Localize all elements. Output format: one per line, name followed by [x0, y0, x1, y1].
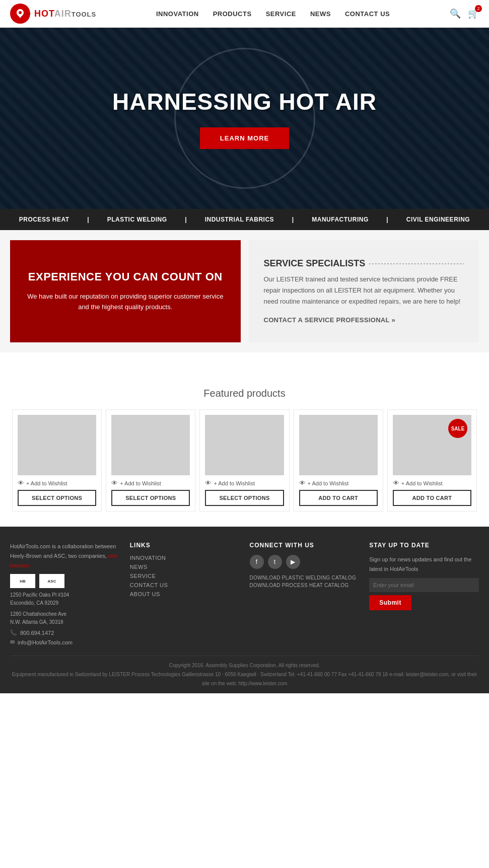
footer-links-col: LINKS INNOVATION NEWS SERVICE CONTACT US… — [130, 542, 240, 645]
products-grid: 👁 + Add to Wishlist SELECT OPTIONS 👁 + A… — [10, 409, 479, 512]
footer-logo-asc: ASC — [39, 574, 64, 588]
hero-cta-button[interactable]: LEARN MORE — [200, 127, 289, 149]
cart-button[interactable]: 🛒 2 — [468, 8, 479, 19]
logo[interactable]: HOTAIRTOOLS — [10, 4, 96, 24]
hero-title: HARNESSING HOT AIR — [112, 88, 377, 115]
logo-text: HOTAIRTOOLS — [34, 9, 96, 19]
product-card-4: 👁 + Add to Wishlist ADD TO CART — [294, 409, 383, 512]
add-to-cart-btn-5[interactable]: ADD TO CART — [393, 490, 471, 506]
info-panels: EXPERIENCE YOU CAN COUNT ON We have buil… — [0, 230, 489, 352]
eye-icon-1: 👁 — [18, 479, 24, 487]
nav-links: INNOVATION PRODUCTS SERVICE NEWS CONTACT… — [156, 10, 390, 18]
product-card-2: 👁 + Add to Wishlist SELECT OPTIONS — [106, 409, 195, 512]
footer-connect-heading: CONNECT WITH US — [250, 542, 360, 549]
nav-icons: 🔍 🛒 2 — [450, 8, 479, 19]
featured-section: Featured products 👁 + Add to Wishlist SE… — [0, 373, 489, 527]
footer-link-service[interactable]: SERVICE — [130, 573, 240, 579]
email-icon: ✉ — [10, 639, 15, 645]
product-image-5: SALE — [393, 415, 471, 475]
copyright-text: Copyright 2016. Assembly Supplies Corpor… — [10, 661, 479, 670]
footer-stay-col: STAY UP TO DATE Sign up for news updates… — [369, 542, 479, 645]
product-card-5: SALE 👁 + Add to Wishlist ADD TO CART — [387, 409, 477, 512]
select-options-btn-2[interactable]: SELECT OPTIONS — [111, 490, 190, 506]
youtube-icon[interactable]: ▶ — [286, 555, 300, 569]
cart-badge: 2 — [475, 5, 482, 12]
footer-links-heading: LINKS — [130, 542, 240, 549]
footer-top: HotAirTools.com is a collaboration betwe… — [10, 542, 479, 656]
social-icons: f t ▶ — [250, 555, 360, 569]
footer-phone: 800.694.1472 — [20, 630, 54, 636]
experience-heading: EXPERIENCE YOU CAN COUNT ON — [28, 270, 223, 283]
footer-email-input[interactable] — [369, 578, 479, 592]
eye-icon-5: 👁 — [393, 479, 399, 487]
footer-logo-heely: HB — [10, 574, 35, 588]
footer-link-news[interactable]: NEWS — [130, 564, 240, 570]
download-process-catalog[interactable]: DOWNLOAD PROCESS HEAT CATALOG — [250, 583, 360, 588]
legal-text: Equipment manufactured in Switzerland by… — [10, 670, 479, 688]
service-heading: SERVICE SPECIALISTS — [264, 258, 464, 269]
service-body: Our LEISTER trained and tested service t… — [264, 274, 464, 307]
category-industrial-fabrics[interactable]: INDUSTRIAL FABRICS — [205, 216, 274, 223]
add-to-cart-btn-4[interactable]: ADD TO CART — [299, 490, 378, 506]
download-plastic-catalog[interactable]: DOWNLOAD PLASTIC WELDING CATALOG — [250, 575, 360, 581]
select-options-btn-3[interactable]: SELECT OPTIONS — [205, 490, 284, 506]
footer-email: info@HotAirTools.com — [18, 639, 73, 645]
search-icon[interactable]: 🔍 — [450, 8, 461, 19]
product-image-3 — [205, 415, 284, 475]
footer-stay-heading: STAY UP TO DATE — [369, 542, 479, 549]
footer-link-about[interactable]: ABOUT US — [130, 591, 240, 597]
footer-about-text: HotAirTools.com is a collaboration betwe… — [10, 542, 120, 570]
footer: HotAirTools.com is a collaboration betwe… — [0, 527, 489, 693]
category-manufacturing[interactable]: MANUFACTURING — [312, 216, 369, 223]
facebook-icon[interactable]: f — [250, 555, 264, 569]
hero-section: HARNESSING HOT AIR LEARN MORE — [0, 28, 489, 209]
category-plastic-welding[interactable]: PLASTIC WELDING — [107, 216, 167, 223]
twitter-icon[interactable]: t — [268, 555, 282, 569]
experience-panel: EXPERIENCE YOU CAN COUNT ON We have buil… — [10, 240, 241, 342]
nav-innovation[interactable]: INNOVATION — [156, 10, 199, 18]
footer-link-innovation[interactable]: INNOVATION — [130, 555, 240, 561]
footer-links-list: INNOVATION NEWS SERVICE CONTACT US ABOUT… — [130, 555, 240, 597]
contact-service-link[interactable]: CONTACT A SERVICE PROFESSIONAL — [264, 316, 395, 324]
product-image-1 — [18, 415, 96, 475]
svg-point-0 — [19, 11, 22, 14]
footer-phone-row: 📞 800.694.1472 — [10, 629, 120, 636]
experience-body: We have built our reputation on providin… — [25, 292, 226, 313]
eye-icon-4: 👁 — [299, 479, 306, 487]
eye-icon-3: 👁 — [205, 479, 212, 487]
wishlist-link-4[interactable]: + Add to Wishlist — [308, 480, 349, 486]
category-civil-engineering[interactable]: CIVIL ENGINEERING — [406, 216, 470, 223]
footer-link-contact[interactable]: CONTACT US — [130, 582, 240, 588]
product-image-4 — [299, 415, 378, 475]
spacer-1 — [0, 352, 489, 373]
service-panel: SERVICE SPECIALISTS Our LEISTER trained … — [249, 240, 479, 342]
category-bar: PROCESS HEAT | PLASTIC WELDING | INDUSTR… — [0, 209, 489, 230]
wishlist-row-2: 👁 + Add to Wishlist — [111, 479, 190, 487]
footer-address-1: 1250 Pacific Oaks Pl #104 Escondido, CA … — [10, 591, 120, 607]
eye-icon-2: 👁 — [111, 479, 118, 487]
sale-badge: SALE — [448, 419, 467, 438]
wishlist-link-1[interactable]: + Add to Wishlist — [26, 480, 67, 486]
footer-email-row: ✉ info@HotAirTools.com — [10, 639, 120, 645]
footer-submit-button[interactable]: Submit — [369, 595, 411, 610]
logo-icon — [10, 4, 30, 24]
nav-news[interactable]: NEWS — [310, 10, 331, 18]
category-process-heat[interactable]: PROCESS HEAT — [19, 216, 69, 223]
featured-heading: Featured products — [10, 388, 479, 399]
footer-stay-text: Sign up for news updates and find out th… — [369, 555, 479, 573]
wishlist-row-1: 👁 + Add to Wishlist — [18, 479, 96, 487]
wishlist-link-3[interactable]: + Add to Wishlist — [214, 480, 255, 486]
wishlist-link-5[interactable]: + Add to Wishlist — [401, 480, 443, 486]
wishlist-link-2[interactable]: + Add to Wishlist — [120, 480, 161, 486]
wishlist-row-3: 👁 + Add to Wishlist — [205, 479, 284, 487]
product-card-3: 👁 + Add to Wishlist SELECT OPTIONS — [199, 409, 289, 512]
hero-circle-overlay — [174, 48, 315, 189]
nav-service[interactable]: SERVICE — [266, 10, 296, 18]
nav-products[interactable]: PRODUCTS — [213, 10, 252, 18]
phone-icon: 📞 — [10, 629, 17, 636]
product-card-1: 👁 + Add to Wishlist SELECT OPTIONS — [12, 409, 102, 512]
nav-contact[interactable]: CONTACT US — [345, 10, 390, 18]
select-options-btn-1[interactable]: SELECT OPTIONS — [18, 490, 96, 506]
navbar: HOTAIRTOOLS INNOVATION PRODUCTS SERVICE … — [0, 0, 489, 28]
wishlist-row-4: 👁 + Add to Wishlist — [299, 479, 378, 487]
